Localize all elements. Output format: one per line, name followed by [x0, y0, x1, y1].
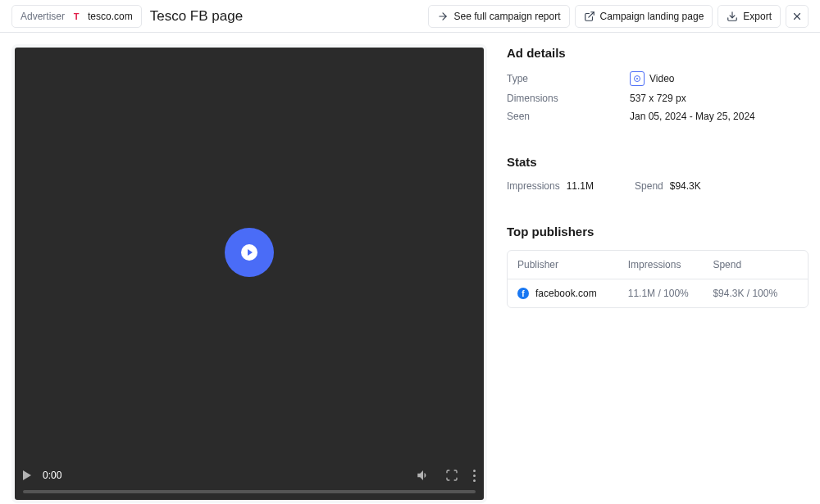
video-type-icon [630, 71, 645, 86]
publisher-cell: f facebook.com [517, 288, 628, 299]
export-button[interactable]: Export [718, 5, 781, 28]
play-icon [23, 470, 31, 480]
header: Advertiser T tesco.com Tesco FB page See… [0, 0, 820, 33]
col-spend-header: Spend [713, 259, 798, 270]
play-icon [241, 244, 257, 261]
progress-bar[interactable] [23, 490, 476, 493]
detail-label: Seen [507, 111, 630, 122]
publishers-section: Top publishers Publisher Impressions Spe… [507, 225, 809, 308]
see-full-campaign-report-button[interactable]: See full campaign report [428, 5, 569, 28]
stats-row: Impressions 11.1M Spend $94.3K [507, 180, 809, 192]
header-right: See full campaign report Campaign landin… [428, 5, 809, 28]
close-button[interactable] [786, 5, 809, 28]
publishers-title: Top publishers [507, 225, 809, 238]
campaign-landing-page-button[interactable]: Campaign landing page [575, 5, 713, 28]
col-impressions-header: Impressions [628, 259, 713, 270]
video-controls: 0:00 [15, 457, 484, 500]
stat-impressions: Impressions 11.1M [507, 180, 594, 192]
fullscreen-icon [445, 469, 458, 482]
advertiser-chip[interactable]: Advertiser T tesco.com [11, 5, 142, 28]
play-button[interactable] [225, 228, 274, 277]
impressions-cell: 11.1M / 100% [628, 288, 713, 299]
advertiser-label: Advertiser [20, 11, 65, 22]
close-icon [791, 11, 803, 22]
detail-value: Jan 05, 2024 - May 25, 2024 [630, 111, 755, 122]
header-left: Advertiser T tesco.com Tesco FB page [11, 5, 243, 28]
stat-spend: Spend $94.3K [635, 180, 701, 192]
stat-value: 11.1M [567, 180, 594, 192]
publishers-table: Publisher Impressions Spend f facebook.c… [507, 250, 809, 308]
more-vertical-icon [473, 470, 476, 482]
detail-row-type: Type Video [507, 71, 809, 86]
col-publisher-header: Publisher [517, 259, 628, 270]
current-time: 0:00 [43, 470, 61, 481]
button-label: Export [743, 11, 772, 22]
fullscreen-button[interactable] [445, 469, 458, 482]
advertiser-domain: tesco.com [88, 11, 133, 22]
svg-line-1 [588, 11, 593, 16]
facebook-icon: f [517, 288, 529, 299]
video-area[interactable] [15, 48, 484, 457]
volume-icon [416, 468, 430, 483]
tesco-logo-icon: T [70, 10, 83, 23]
stat-label: Spend [635, 180, 663, 192]
detail-label: Dimensions [507, 93, 630, 104]
publisher-name: facebook.com [535, 288, 597, 299]
details-panel: Ad details Type Video Dimensions 537 x 7… [507, 44, 809, 493]
type-text: Video [649, 73, 674, 84]
stat-value: $94.3K [670, 180, 701, 192]
external-link-icon [584, 11, 595, 22]
video-panel: 0:00 [11, 44, 487, 503]
stats-title: Stats [507, 155, 809, 169]
stat-label: Impressions [507, 180, 560, 192]
detail-row-seen: Seen Jan 05, 2024 - May 25, 2024 [507, 111, 809, 122]
play-control-button[interactable] [23, 470, 31, 480]
button-label: See full campaign report [453, 11, 560, 22]
detail-row-dimensions: Dimensions 537 x 729 px [507, 93, 809, 104]
volume-button[interactable] [416, 468, 430, 483]
spend-cell: $94.3K / 100% [713, 288, 798, 299]
ad-details-title: Ad details [507, 46, 809, 60]
more-options-button[interactable] [473, 470, 476, 482]
detail-label: Type [507, 73, 630, 84]
button-label: Campaign landing page [600, 11, 704, 22]
detail-value: 537 x 729 px [630, 93, 686, 104]
page-title: Tesco FB page [150, 8, 243, 25]
stats-section: Stats Impressions 11.1M Spend $94.3K [507, 155, 809, 192]
download-icon [727, 11, 738, 22]
content: 0:00 [0, 33, 820, 504]
table-header: Publisher Impressions Spend [508, 251, 808, 279]
detail-value: Video [630, 71, 674, 86]
table-row[interactable]: f facebook.com 11.1M / 100% $94.3K / 100… [508, 279, 808, 307]
arrow-right-icon [437, 11, 449, 22]
